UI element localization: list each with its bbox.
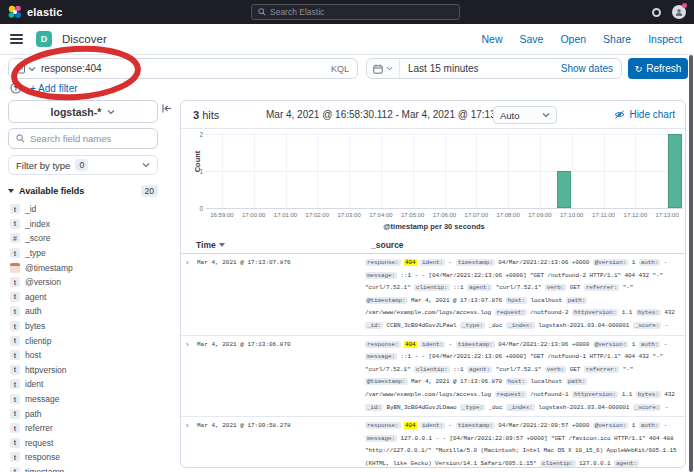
x-tick-label: 17:07:00 [465, 212, 488, 218]
field-item-httpversion[interactable]: thttpversion [10, 363, 170, 378]
filter-by-type-button[interactable]: Filter by type 0 [8, 155, 158, 175]
string-field-icon: t [10, 409, 20, 419]
appbar-link-new[interactable]: New [481, 33, 502, 45]
histogram-bar[interactable] [668, 134, 682, 208]
menu-hamburger-icon[interactable] [10, 34, 23, 44]
appbar-link-open[interactable]: Open [560, 33, 586, 45]
field-name: referrer [25, 423, 53, 433]
field-name: timestamp [25, 467, 64, 472]
field-item-clientip[interactable]: tclientip [10, 333, 170, 348]
global-header: elastic Search Elastic [0, 0, 694, 24]
user-avatar[interactable] [672, 5, 686, 19]
kql-query-input[interactable]: response:404 KQL [8, 58, 358, 79]
field-item-message[interactable]: tmessage [10, 392, 170, 407]
date-picker[interactable]: Last 15 minutes Show dates [366, 58, 622, 79]
field-item-agent[interactable]: tagent [10, 290, 170, 305]
field-name-badge: auth: [639, 422, 661, 429]
field-name-badge: @timestamp: [365, 297, 408, 304]
field-name-badge: ident: [420, 259, 445, 266]
field-item-host[interactable]: thost [10, 348, 170, 363]
appbar-link-share[interactable]: Share [603, 33, 631, 45]
kibana-discover-app: elastic Search Elastic D Discover NewSav [0, 0, 694, 472]
query-language-label[interactable]: KQL [331, 64, 357, 74]
x-tick-label: 17:12:00 [624, 212, 647, 218]
index-pattern-name: logstash-* [51, 106, 102, 118]
field-item-_id[interactable]: t_id [10, 202, 170, 217]
x-tick-label: 17:10:00 [560, 212, 583, 218]
appbar-link-save[interactable]: Save [519, 33, 543, 45]
string-field-icon: t [10, 306, 20, 316]
index-pattern-selector[interactable]: logstash-* [8, 100, 158, 123]
date-picker-quick-menu[interactable] [367, 59, 400, 78]
field-name-badge: _index: [506, 404, 535, 411]
field-name-badge: timestamp: [456, 422, 495, 429]
table-row: ›Mar 4, 2021 @ 17:13:06.870response: 404… [181, 336, 685, 418]
elastic-logo[interactable]: elastic [0, 5, 63, 19]
field-item-path[interactable]: tpath [10, 406, 170, 421]
vertical-scrollbar[interactable] [689, 55, 693, 472]
row-timestamp: Mar 4, 2021 @ 17:13:07.876 [197, 257, 365, 270]
field-name-badge: clientip: [414, 284, 450, 291]
expand-row-icon[interactable]: › [186, 339, 197, 351]
field-name-badge: message: [365, 353, 397, 360]
field-name: @timestamp [25, 263, 73, 273]
field-item-_type[interactable]: t_type [10, 246, 170, 261]
field-item-timestamp[interactable]: ttimestamp [10, 465, 170, 472]
global-search-input[interactable]: Search Elastic [251, 4, 460, 20]
highlighted-value: 404 [404, 259, 417, 266]
interval-select[interactable]: Auto [493, 106, 557, 124]
field-item-auth[interactable]: tauth [10, 304, 170, 319]
y-tick-label: 0 [189, 205, 203, 212]
field-name-badge: referrer: [584, 284, 620, 291]
add-filter-button[interactable]: + Add filter [30, 83, 78, 94]
gridline-vertical [286, 132, 287, 208]
expand-row-icon[interactable]: › [186, 257, 197, 269]
field-item-_index[interactable]: t_index [10, 217, 170, 232]
hide-chart-button[interactable]: Hide chart [614, 109, 675, 120]
field-item-request[interactable]: trequest [10, 436, 170, 451]
field-item-@timestamp[interactable]: @timestamp [10, 260, 170, 275]
x-tick-label: 17:11:00 [592, 212, 615, 218]
show-dates-button[interactable]: Show dates [561, 63, 621, 74]
x-tick-label: 17:05:00 [401, 212, 424, 218]
field-name-badge: referrer: [584, 366, 620, 373]
string-field-icon: t [10, 219, 20, 229]
saved-query-icon[interactable] [16, 64, 26, 74]
field-name-badge: httpversion: [572, 391, 618, 398]
field-item-bytes[interactable]: tbytes [10, 319, 170, 334]
field-item-ident[interactable]: tident [10, 377, 170, 392]
field-item-response[interactable]: tresponse [10, 450, 170, 465]
column-time[interactable]: Time [196, 240, 225, 250]
collapse-sidebar-icon[interactable] [162, 104, 172, 113]
field-name-badge: bytes: [636, 391, 661, 398]
deployment-icon[interactable] [652, 8, 661, 17]
expand-row-icon[interactable]: › [186, 420, 197, 432]
results-header: 3 hits Mar 4, 2021 @ 16:58:30.112 - Mar … [181, 101, 685, 129]
space-badge[interactable]: D [36, 31, 52, 47]
field-name-badge: @timestamp: [365, 378, 408, 385]
time-range-value[interactable]: Last 15 minutes [400, 63, 479, 74]
field-item-_score[interactable]: #_score [10, 231, 170, 246]
appbar-link-inspect[interactable]: Inspect [648, 33, 682, 45]
refresh-button[interactable]: ↻ Refresh [628, 58, 688, 79]
date-field-icon [10, 263, 20, 273]
search-icon [258, 8, 266, 16]
row-timestamp: Mar 4, 2021 @ 17:09:58.278 [197, 420, 365, 433]
histogram-bar[interactable] [557, 171, 571, 208]
field-item-@version[interactable]: t@version [10, 275, 170, 290]
field-search-placeholder: Search field names [30, 133, 111, 144]
string-field-icon: t [10, 394, 20, 404]
field-name: _type [25, 248, 46, 258]
field-item-referrer[interactable]: treferrer [10, 421, 170, 436]
appbar-links: NewSaveOpenShareInspect [481, 33, 682, 45]
field-name-badge: @version: [593, 259, 629, 266]
gridline-vertical [222, 132, 223, 208]
field-name-badge: ident: [420, 422, 445, 429]
field-search-input[interactable]: Search field names [8, 128, 158, 149]
available-fields-header[interactable]: Available fields 20 [8, 185, 166, 197]
page-title: Discover [62, 33, 107, 45]
field-name-badge: response: [365, 259, 401, 266]
gridline-vertical [445, 132, 446, 208]
filter-options-icon[interactable] [10, 82, 22, 94]
field-name: path [25, 409, 42, 419]
